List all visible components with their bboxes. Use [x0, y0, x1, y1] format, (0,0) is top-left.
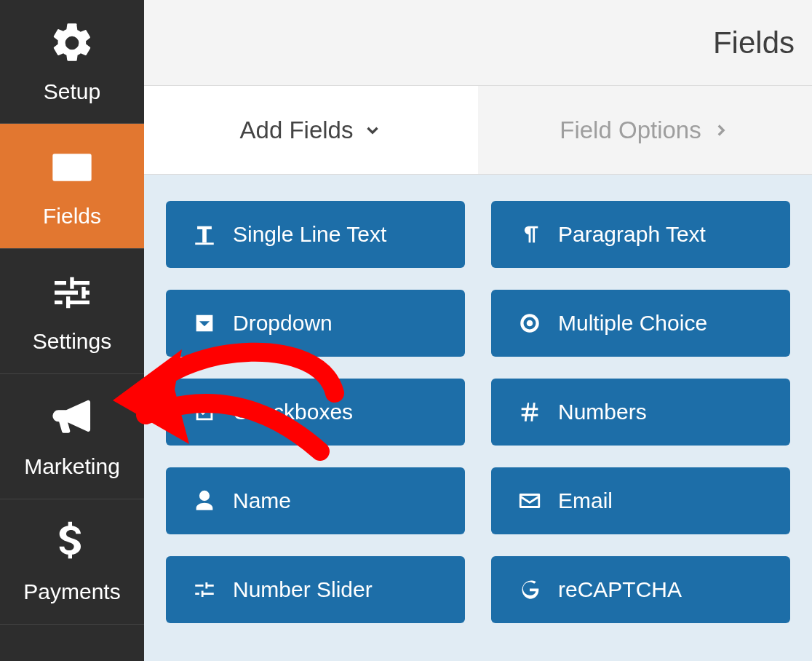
field-paragraph-text[interactable]: Paragraph Text — [491, 201, 790, 268]
field-label: Name — [233, 488, 291, 513]
fields-grid: Single Line Text Paragraph Text Dropdown… — [166, 201, 790, 623]
paragraph-icon — [517, 222, 542, 247]
sidebar-item-fields[interactable]: Fields — [0, 124, 144, 249]
user-icon — [192, 488, 217, 513]
hashtag-icon — [517, 400, 542, 424]
field-label: Checkboxes — [233, 400, 353, 424]
tab-label: Add Fields — [240, 116, 354, 144]
google-g-icon — [517, 577, 542, 602]
chevron-right-icon — [712, 121, 731, 140]
check-square-icon — [192, 400, 217, 424]
field-label: Dropdown — [233, 311, 333, 336]
field-recaptcha[interactable]: reCAPTCHA — [491, 556, 790, 623]
sidebar-item-label: Fields — [43, 204, 101, 229]
radio-icon — [517, 311, 542, 336]
sidebar: Setup Fields Settings Marketing Payments — [0, 0, 144, 661]
sidebar-item-label: Payments — [23, 579, 120, 604]
field-checkboxes[interactable]: Checkboxes — [166, 379, 465, 446]
field-single-line-text[interactable]: Single Line Text — [166, 201, 465, 268]
field-multiple-choice[interactable]: Multiple Choice — [491, 290, 790, 357]
sidebar-item-settings[interactable]: Settings — [0, 249, 144, 374]
fields-area: Single Line Text Paragraph Text Dropdown… — [144, 175, 812, 661]
tab-field-options[interactable]: Field Options — [478, 86, 812, 174]
field-email[interactable]: Email — [491, 467, 790, 534]
tabs: Add Fields Field Options — [144, 86, 812, 175]
page-title: Fields — [713, 25, 795, 60]
sidebar-item-marketing[interactable]: Marketing — [0, 374, 144, 499]
gear-icon — [49, 20, 95, 66]
field-label: Numbers — [558, 400, 647, 424]
sliders-horizontal-icon — [192, 577, 217, 602]
main-panel: Fields Add Fields Field Options Single L… — [144, 0, 812, 661]
field-numbers[interactable]: Numbers — [491, 379, 790, 446]
bullhorn-icon — [49, 395, 95, 441]
field-number-slider[interactable]: Number Slider — [166, 556, 465, 623]
field-label: Number Slider — [233, 577, 373, 602]
sidebar-item-payments[interactable]: Payments — [0, 499, 144, 625]
sidebar-item-label: Settings — [33, 329, 111, 354]
svg-rect-0 — [195, 242, 214, 245]
field-dropdown[interactable]: Dropdown — [166, 290, 465, 357]
field-name[interactable]: Name — [166, 467, 465, 534]
envelope-icon — [517, 488, 542, 513]
field-label: reCAPTCHA — [558, 577, 682, 602]
chevron-down-icon — [363, 121, 382, 140]
field-label: Paragraph Text — [558, 222, 706, 247]
sidebar-item-label: Marketing — [24, 454, 120, 479]
caret-square-down-icon — [192, 311, 217, 336]
sliders-icon — [49, 269, 95, 316]
dollar-icon — [49, 520, 95, 566]
list-icon — [49, 144, 95, 191]
sidebar-item-setup[interactable]: Setup — [0, 0, 144, 124]
field-label: Email — [558, 488, 613, 513]
sidebar-item-label: Setup — [44, 79, 100, 104]
field-label: Multiple Choice — [558, 311, 707, 336]
tab-add-fields[interactable]: Add Fields — [144, 86, 478, 174]
panel-header: Fields — [144, 0, 812, 86]
text-input-icon — [192, 222, 217, 247]
field-label: Single Line Text — [233, 222, 386, 247]
tab-label: Field Options — [560, 116, 701, 144]
